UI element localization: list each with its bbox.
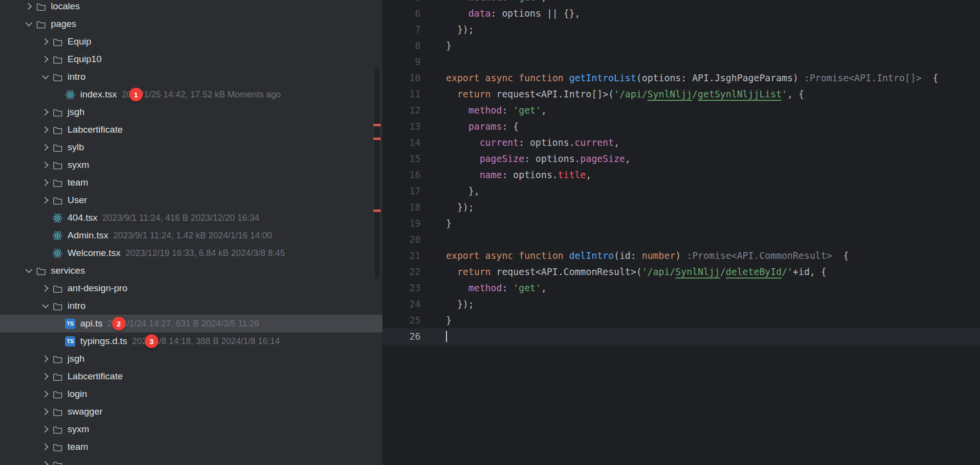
tree-row-ant-design-pro[interactable]: ant-design-pro: [0, 279, 382, 297]
chevron-right-icon[interactable]: [39, 53, 52, 66]
tree-item-label: Equip: [67, 36, 91, 47]
chevron-down-icon[interactable]: [39, 70, 52, 83]
tree-row-clipped[interactable]: [0, 456, 382, 465]
code-text: method: 'get',: [432, 102, 547, 118]
project-tree: localespagesEquipEquip10introindex.tsx20…: [0, 0, 382, 465]
tree-row-labcertificate[interactable]: Labcertificate: [0, 368, 382, 385]
tree-item-label: pages: [51, 19, 76, 29]
editor-line-14[interactable]: 14 current: options.current,: [382, 135, 980, 151]
tree-row-intro[interactable]: intro: [0, 68, 382, 86]
code-text: name: options.title,: [432, 167, 591, 183]
folder-icon: [52, 443, 63, 451]
tree-row-labcertificate[interactable]: Labcertificate: [0, 121, 382, 139]
chevron-right-icon[interactable]: [39, 352, 52, 365]
tree-row-services[interactable]: services: [0, 262, 382, 279]
editor-line-21[interactable]: 21export async function delIntro(id: num…: [382, 248, 980, 264]
code-text: return request<API.Intro[]>('/api/SynlNl…: [432, 86, 804, 102]
editor-line-23[interactable]: 23 method: 'get',: [382, 280, 980, 296]
chevron-down-icon[interactable]: [22, 264, 35, 277]
tree-row-syxm[interactable]: syxm: [0, 420, 382, 438]
tree-row-404-tsx[interactable]: 404.tsx2023/9/1 11:24, 416 B 2023/12/20 …: [0, 209, 382, 227]
editor-line-22[interactable]: 22 return request<API.CommonResult>('/ap…: [382, 264, 980, 280]
editor-line-15[interactable]: 15 pageSize: options.pageSize,: [382, 151, 980, 167]
tree-row-user[interactable]: User: [0, 191, 382, 209]
editor-line-8[interactable]: 8}: [382, 38, 980, 54]
code-text: }: [432, 312, 451, 328]
tree-row-intro[interactable]: intro: [0, 297, 382, 315]
tree-row-admin-tsx[interactable]: Admin.tsx2023/9/1 11:24, 1.42 kB 2024/1/…: [0, 227, 382, 244]
editor-line-18[interactable]: 18 });: [382, 199, 980, 215]
react-file-icon: [52, 213, 63, 223]
line-number: 17: [382, 183, 432, 199]
chevron-right-icon[interactable]: [39, 176, 52, 189]
editor-line-12[interactable]: 12 method: 'get',: [382, 102, 980, 118]
folder-icon: [52, 284, 63, 293]
editor-line-7[interactable]: 7 });: [382, 22, 980, 38]
editor-line-24[interactable]: 24 });: [382, 296, 980, 312]
editor-line-9[interactable]: 9: [382, 54, 980, 70]
line-number: 13: [382, 118, 432, 135]
tree-row-equip[interactable]: Equip: [0, 33, 382, 50]
chevron-right-icon[interactable]: [39, 106, 52, 118]
tree-row-jsgh[interactable]: jsgh: [0, 350, 382, 368]
editor-line-10[interactable]: 10export async function getIntroList(opt…: [382, 70, 980, 86]
editor-line-11[interactable]: 11 return request<API.Intro[]>('/api/Syn…: [382, 86, 980, 102]
react-file-icon: [52, 231, 63, 241]
tree-item-label: locales: [51, 1, 80, 12]
chevron-right-icon[interactable]: [39, 458, 52, 465]
chevron-right-icon[interactable]: [22, 0, 35, 13]
tree-row-team[interactable]: team: [0, 438, 382, 456]
code-editor[interactable]: 5 method: 'get',6 data: options || {},7 …: [382, 0, 980, 465]
editor-line-5[interactable]: 5 method: 'get',: [382, 0, 980, 5]
tree-row-welcome-tsx[interactable]: Welcome.tsx2023/12/19 16:33, 6.84 kB 202…: [0, 244, 382, 262]
chevron-right-icon[interactable]: [39, 35, 52, 48]
folder-icon: [52, 55, 63, 64]
editor-line-13[interactable]: 13 params: {: [382, 118, 980, 135]
tree-item-label: intro: [67, 71, 86, 82]
tree-row-api-ts[interactable]: TSapi.ts2024/1/24 14:27, 631 B 2024/3/5 …: [0, 315, 382, 332]
tree-row-jsgh[interactable]: jsgh: [0, 103, 382, 121]
editor-line-19[interactable]: 19}: [382, 215, 980, 232]
folder-icon: [52, 179, 63, 187]
editor-line-20[interactable]: 20: [382, 232, 980, 248]
editor-line-26[interactable]: 26: [382, 328, 980, 345]
editor-line-25[interactable]: 25}: [382, 312, 980, 328]
chevron-right-icon[interactable]: [39, 194, 52, 207]
tree-item-label: typings.d.ts: [80, 336, 127, 347]
chevron-right-icon[interactable]: [39, 441, 52, 453]
file-meta: 2024/1/25 14:42, 17.52 kB Moments ago: [122, 90, 281, 100]
tree-row-swagger[interactable]: swagger: [0, 403, 382, 420]
editor-line-17[interactable]: 17 },: [382, 183, 980, 199]
chevron-down-icon[interactable]: [39, 300, 52, 312]
tree-row-sylb[interactable]: sylb: [0, 139, 382, 156]
chevron-right-icon[interactable]: [39, 141, 52, 154]
tree-row-team[interactable]: team: [0, 174, 382, 191]
tree-row-equip10[interactable]: Equip10: [0, 50, 382, 68]
tree-row-locales[interactable]: locales: [0, 0, 382, 15]
chevron-right-icon[interactable]: [39, 123, 52, 136]
tree-item-label: api.ts: [80, 318, 102, 329]
chevron-right-icon[interactable]: [39, 423, 52, 436]
tree-row-syxm[interactable]: syxm: [0, 156, 382, 174]
file-meta: 2023/9/1 11:24, 1.42 kB 2024/1/16 14:00: [113, 231, 272, 241]
tree-row-typings-d-ts[interactable]: TStypings.d.ts2024/1/8 14:18, 388 B 2024…: [0, 332, 382, 350]
editor-line-6[interactable]: 6 data: options || {},: [382, 5, 980, 22]
chevron-right-icon[interactable]: [39, 388, 52, 400]
tree-scrollbar-thumb[interactable]: [375, 69, 379, 279]
code-text: });: [432, 22, 474, 38]
chevron-right-icon[interactable]: [39, 282, 52, 295]
chevron-down-icon[interactable]: [22, 18, 35, 30]
text-caret: [446, 331, 447, 342]
code-text: method: 'get',: [432, 280, 547, 296]
editor-line-16[interactable]: 16 name: options.title,: [382, 167, 980, 183]
chevron-right-icon[interactable]: [39, 405, 52, 418]
tree-row-index-tsx[interactable]: index.tsx2024/1/25 14:42, 17.52 kB Momen…: [0, 86, 382, 103]
line-number: 10: [382, 70, 432, 86]
chevron-right-icon[interactable]: [39, 159, 52, 171]
tree-row-pages[interactable]: pages: [0, 15, 382, 33]
chevron-right-icon[interactable]: [39, 370, 52, 383]
folder-icon: [35, 267, 46, 275]
tree-item-label: sylb: [67, 142, 84, 153]
file-meta: 2023/9/1 11:24, 416 B 2023/12/20 16:34: [102, 213, 259, 223]
tree-row-login[interactable]: login: [0, 385, 382, 403]
